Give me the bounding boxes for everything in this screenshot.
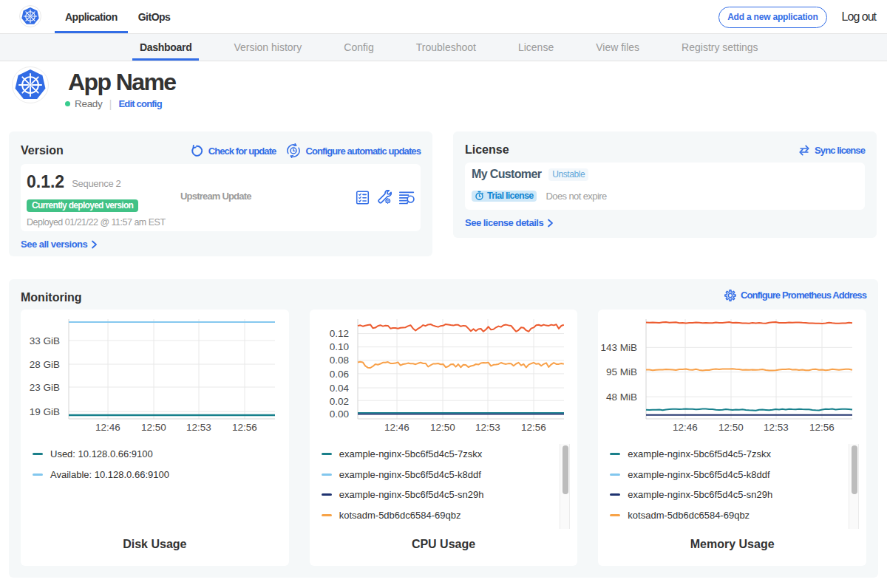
svg-text:0.02: 0.02 bbox=[329, 396, 348, 407]
svg-text:0.10: 0.10 bbox=[329, 341, 348, 352]
svg-text:23 GiB: 23 GiB bbox=[30, 382, 60, 393]
svg-text:0.12: 0.12 bbox=[329, 328, 348, 339]
svg-text:12:50: 12:50 bbox=[430, 422, 455, 433]
svg-text:12:46: 12:46 bbox=[384, 422, 409, 433]
svg-text:28 GiB: 28 GiB bbox=[30, 359, 60, 370]
svg-text:12:50: 12:50 bbox=[718, 422, 744, 433]
svg-text:12:46: 12:46 bbox=[95, 422, 120, 433]
svg-text:0.06: 0.06 bbox=[329, 369, 348, 380]
svg-text:48 MiB: 48 MiB bbox=[606, 392, 637, 403]
svg-text:12:46: 12:46 bbox=[673, 422, 698, 433]
svg-text:143 MiB: 143 MiB bbox=[601, 342, 638, 353]
svg-text:12:56: 12:56 bbox=[232, 422, 257, 433]
svg-text:12:50: 12:50 bbox=[141, 422, 166, 433]
svg-text:12:56: 12:56 bbox=[521, 422, 546, 433]
svg-text:19 GiB: 19 GiB bbox=[30, 406, 60, 417]
svg-text:95 MiB: 95 MiB bbox=[606, 366, 637, 377]
svg-text:33 GiB: 33 GiB bbox=[30, 335, 60, 346]
svg-text:0.00: 0.00 bbox=[329, 408, 348, 420]
svg-text:0.04: 0.04 bbox=[329, 383, 349, 394]
svg-text:0.08: 0.08 bbox=[329, 355, 348, 366]
svg-text:12:53: 12:53 bbox=[764, 422, 789, 433]
svg-text:12:56: 12:56 bbox=[809, 422, 835, 433]
svg-text:12:53: 12:53 bbox=[186, 422, 211, 433]
svg-text:12:53: 12:53 bbox=[475, 422, 500, 433]
